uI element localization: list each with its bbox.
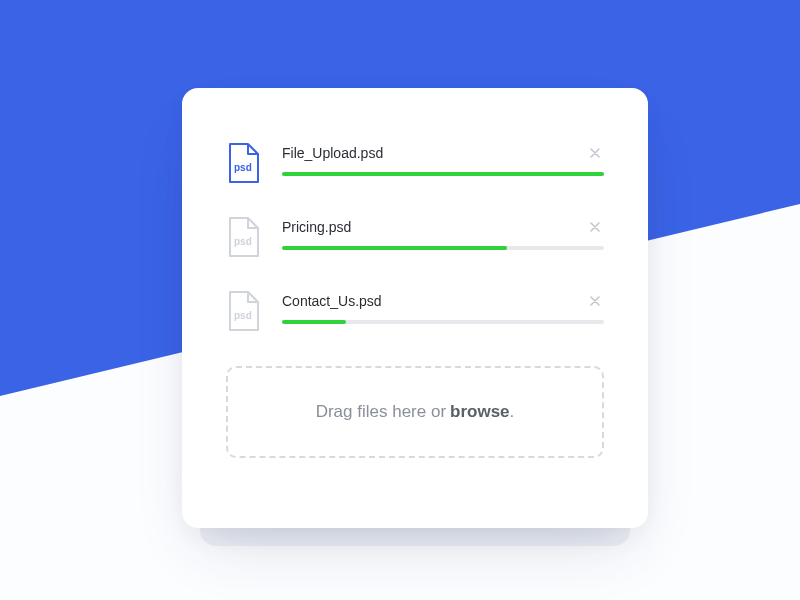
remove-file-button[interactable] <box>586 218 604 236</box>
file-type-label: psd <box>234 162 252 173</box>
close-icon <box>590 296 600 306</box>
file-name: Pricing.psd <box>282 219 351 235</box>
file-type-icon: psd <box>226 216 260 258</box>
upload-progress <box>282 320 604 324</box>
file-list: psd File_Upload.psd <box>226 128 604 350</box>
upload-progress-bar <box>282 246 507 250</box>
file-type-icon: psd <box>226 290 260 332</box>
dropzone-suffix: . <box>510 402 515 422</box>
upload-progress-bar <box>282 172 604 176</box>
upload-progress <box>282 172 604 176</box>
close-icon <box>590 148 600 158</box>
upload-progress <box>282 246 604 250</box>
file-row: psd File_Upload.psd <box>226 128 604 202</box>
dropzone[interactable]: Drag files here or browse. <box>226 366 604 458</box>
upload-card: psd File_Upload.psd <box>182 88 648 528</box>
file-type-label: psd <box>234 236 252 247</box>
file-type-label: psd <box>234 310 252 321</box>
file-name: Contact_Us.psd <box>282 293 382 309</box>
file-type-icon: psd <box>226 142 260 184</box>
file-name: File_Upload.psd <box>282 145 383 161</box>
close-icon <box>590 222 600 232</box>
upload-progress-bar <box>282 320 346 324</box>
remove-file-button[interactable] <box>586 292 604 310</box>
file-row: psd Pricing.psd <box>226 202 604 276</box>
file-row: psd Contact_Us.psd <box>226 276 604 350</box>
remove-file-button[interactable] <box>586 144 604 162</box>
dropzone-text: Drag files here or <box>316 402 446 422</box>
browse-link[interactable]: browse <box>450 402 510 422</box>
